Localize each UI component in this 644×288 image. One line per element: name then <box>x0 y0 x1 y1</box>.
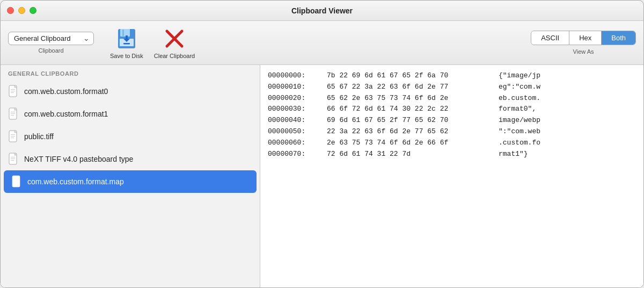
svg-rect-24 <box>14 179 18 180</box>
hex-row: 00000050: 22 3a 22 63 6f 6d 2e 77 65 62 … <box>268 126 636 138</box>
hex-bytes: 72 6d 61 74 31 22 7d <box>327 149 499 160</box>
hex-address: 00000060: <box>268 138 327 149</box>
svg-rect-20 <box>11 157 15 157</box>
file-icon-2 <box>8 130 19 143</box>
window-title: Clipboard Viewer <box>291 6 353 15</box>
svg-rect-25 <box>14 181 18 182</box>
minimize-button[interactable] <box>18 7 25 14</box>
view-as-ascii-button[interactable]: ASCII <box>531 31 569 45</box>
hex-address: 00000070: <box>268 149 327 160</box>
sidebar-item-1[interactable]: com.web.custom.format1 <box>1 103 260 125</box>
clear-clipboard-icon <box>163 27 186 51</box>
view-as-section: ASCII Hex Both View As <box>531 31 636 55</box>
view-as-buttons: ASCII Hex Both <box>531 31 636 45</box>
hex-bytes: 69 6d 61 67 65 2f 77 65 62 70 <box>327 115 499 126</box>
hex-ascii: ":"com.web <box>499 126 540 138</box>
sidebar-item-label-1: com.web.custom.format1 <box>24 110 108 118</box>
hex-ascii: eb.custom. <box>499 93 540 104</box>
svg-rect-10 <box>11 92 14 93</box>
sidebar-item-label-2: public.tiff <box>24 132 54 141</box>
hex-row: 00000010: 65 67 22 3a 22 63 6f 6d 2e 77 … <box>268 82 636 93</box>
svg-rect-14 <box>11 115 14 116</box>
file-icon-3 <box>8 153 19 165</box>
hex-ascii: .custom.fo <box>499 138 540 149</box>
svg-rect-9 <box>11 91 15 91</box>
svg-rect-22 <box>11 160 14 161</box>
svg-rect-18 <box>11 138 14 138</box>
close-button[interactable] <box>7 7 14 14</box>
clipboard-section: General Clipboard Clipboard <box>8 32 94 54</box>
hex-ascii: format0", <box>499 104 536 115</box>
hex-row: 00000000: 7b 22 69 6d 61 67 65 2f 6a 70 … <box>268 70 636 82</box>
svg-rect-16 <box>11 134 15 135</box>
hex-bytes: 22 3a 22 63 6f 6d 2e 77 65 62 <box>327 126 499 138</box>
sidebar-item-3[interactable]: NeXT TIFF v4.0 pasteboard type <box>1 148 260 170</box>
save-disk-icon <box>115 27 138 51</box>
file-icon-0 <box>8 85 19 98</box>
view-as-both-button[interactable]: Both <box>602 31 635 45</box>
svg-rect-21 <box>11 159 15 159</box>
hex-ascii: {"image/jp <box>499 70 540 82</box>
sidebar-item-label-3: NeXT TIFF v4.0 pasteboard type <box>24 155 133 163</box>
hex-bytes: 7b 22 69 6d 61 67 65 2f 6a 70 <box>327 70 499 82</box>
sidebar: GENERAL CLIPBOARD com.web.custom.format0… <box>1 65 260 288</box>
traffic-lights <box>7 7 36 14</box>
main-content: GENERAL CLIPBOARD com.web.custom.format0… <box>1 65 643 288</box>
hex-row: 00000030: 66 6f 72 6d 61 74 30 22 2c 22 … <box>268 104 636 115</box>
file-icon-4 <box>11 175 22 188</box>
svg-rect-13 <box>11 113 15 114</box>
maximize-button[interactable] <box>30 7 36 14</box>
clear-clipboard-label: Clear Clipboard <box>154 53 195 59</box>
save-to-disk-label: Save to Disk <box>110 53 143 59</box>
save-to-disk-button[interactable]: Save to Disk <box>110 27 143 59</box>
hex-row: 00000060: 2e 63 75 73 74 6f 6d 2e 66 6f … <box>268 138 636 149</box>
sidebar-item-2[interactable]: public.tiff <box>1 125 260 148</box>
svg-rect-8 <box>11 89 15 90</box>
sidebar-header: GENERAL CLIPBOARD <box>1 65 260 80</box>
content-panel: 00000000: 7b 22 69 6d 61 67 65 2f 6a 70 … <box>260 65 643 288</box>
file-icon-1 <box>8 107 19 120</box>
titlebar: Clipboard Viewer <box>1 1 643 21</box>
hex-bytes: 66 6f 72 6d 61 74 30 22 2c 22 <box>327 104 499 115</box>
hex-row: 00000020: 65 62 2e 63 75 73 74 6f 6d 2e … <box>268 93 636 104</box>
hex-address: 00000000: <box>268 70 327 82</box>
clipboard-select[interactable]: General Clipboard <box>8 32 94 45</box>
hex-address: 00000010: <box>268 82 327 93</box>
svg-rect-12 <box>11 112 15 112</box>
hex-row: 00000070: 72 6d 61 74 31 22 7d rmat1"} <box>268 149 636 160</box>
clipboard-label: Clipboard <box>38 47 63 54</box>
hex-address: 00000020: <box>268 93 327 104</box>
hex-row: 00000040: 69 6d 61 67 65 2f 77 65 62 70 … <box>268 115 636 126</box>
svg-rect-4 <box>123 43 130 45</box>
sidebar-item-label-0: com.web.custom.format0 <box>24 87 108 96</box>
hex-bytes: 2e 63 75 73 74 6f 6d 2e 66 6f <box>327 138 499 149</box>
sidebar-item-0[interactable]: com.web.custom.format0 <box>1 80 260 103</box>
clipboard-select-wrapper[interactable]: General Clipboard <box>8 32 94 45</box>
view-as-label: View As <box>573 48 594 55</box>
clear-clipboard-button[interactable]: Clear Clipboard <box>154 27 195 59</box>
sidebar-item-label-4: com.web.custom.format.map <box>27 177 124 186</box>
svg-rect-26 <box>14 183 17 183</box>
hex-address: 00000050: <box>268 126 327 138</box>
sidebar-item-4[interactable]: com.web.custom.format.map <box>4 170 257 193</box>
hex-address: 00000030: <box>268 104 327 115</box>
hex-ascii: rmat1"} <box>499 149 528 160</box>
hex-ascii: image/webp <box>499 115 540 126</box>
hex-bytes: 65 67 22 3a 22 63 6f 6d 2e 77 <box>327 82 499 93</box>
svg-rect-1 <box>120 29 130 37</box>
svg-rect-17 <box>11 136 15 136</box>
hex-view: 00000000: 7b 22 69 6d 61 67 65 2f 6a 70 … <box>268 70 636 160</box>
view-as-hex-button[interactable]: Hex <box>569 31 602 45</box>
hex-address: 00000040: <box>268 115 327 126</box>
hex-bytes: 65 62 2e 63 75 73 74 6f 6d 2e <box>327 93 499 104</box>
toolbar-actions: Save to Disk Clear Clipboard <box>110 27 195 59</box>
svg-rect-2 <box>122 30 124 36</box>
hex-ascii: eg":"com.w <box>499 82 540 93</box>
toolbar: General Clipboard Clipboard Sa <box>1 21 643 65</box>
